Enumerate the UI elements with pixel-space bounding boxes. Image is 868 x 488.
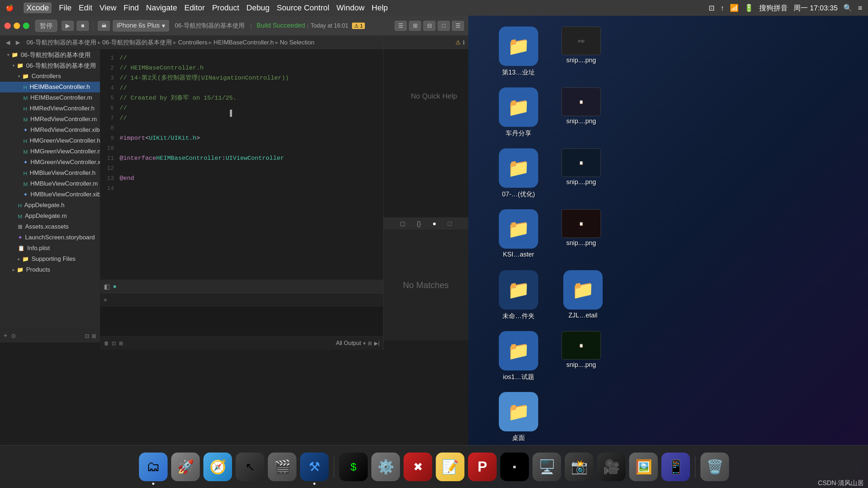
desktop-icon-0[interactable]: 📁 第13…业址 xyxy=(497,27,540,77)
add-file-button[interactable]: + xyxy=(4,332,8,340)
tree-item-infoplist[interactable]: 📋 Info.plist xyxy=(0,243,100,254)
editor-content[interactable]: 1 // 2 // HEIMBaseController.h 3 // 14-第… xyxy=(100,49,383,197)
menu-navigate[interactable]: Navigate xyxy=(146,3,177,13)
tree-item-launchscreen[interactable]: ✦ LaunchScreen.storyboard xyxy=(0,232,100,243)
tree-item-products[interactable]: ▸ 📁 Products xyxy=(0,264,100,275)
tree-item-blue-xib[interactable]: ✦ HMBlueViewController.xib xyxy=(0,189,100,200)
desktop-icon-7[interactable]: 📁 桌面 xyxy=(497,392,540,442)
tree-item-green-xib[interactable]: ✦ HMGreenViewController.xib xyxy=(0,157,100,168)
editor-mode-btn3[interactable]: □ xyxy=(438,21,450,31)
output-label[interactable]: All Output xyxy=(336,340,361,346)
snip-item-0[interactable]: snip snip....png xyxy=(561,27,601,64)
dock-misc-3[interactable]: 🎥 xyxy=(597,453,626,481)
desktop-icon-4[interactable]: 📁 未命…件夹 xyxy=(497,270,540,320)
dock-cursor-app[interactable]: ↖ xyxy=(236,453,264,481)
filter-button[interactable]: ⊙ xyxy=(11,332,16,339)
menu-find[interactable]: Find xyxy=(124,3,139,13)
tree-item-blue-h[interactable]: H HMBlueViewController.h xyxy=(0,168,100,178)
tree-item-supporting-files[interactable]: ▸ 📁 Supporting Files xyxy=(0,254,100,264)
dock-misc-1[interactable]: 🖥️ xyxy=(532,453,561,481)
desktop-icon-5[interactable]: 📁 ZJL…etail xyxy=(561,270,604,319)
tree-item-appdelegate-m[interactable]: M AppDelegate.m xyxy=(0,211,100,221)
menu-view[interactable]: View xyxy=(100,3,116,13)
tree-item-blue-m[interactable]: M HMBlueViewController.m xyxy=(0,178,100,189)
tree-item-heim-base-h[interactable]: H HEIMBaseController.h xyxy=(0,82,100,92)
sidebar-toggle-right[interactable]: ☰ xyxy=(452,21,464,31)
tree-item-green-m[interactable]: M HMGreenViewController.m xyxy=(0,146,100,157)
maximize-button[interactable] xyxy=(23,23,29,29)
snip-item-2[interactable]: 📋 snip....png xyxy=(561,148,601,186)
snip-item-3[interactable]: 📋 snip....png xyxy=(561,209,601,247)
code-editor[interactable]: 1 // 2 // HEIMBaseController.h 3 // 14-第… xyxy=(100,49,383,279)
dock-bt-red[interactable]: ✖ xyxy=(404,453,432,481)
dock-trash[interactable]: 🗑️ xyxy=(700,453,729,481)
menu-file[interactable]: File xyxy=(59,3,71,13)
input-method[interactable]: 搜狗拼音 xyxy=(759,3,788,13)
tree-item-heim-base-m[interactable]: M HEIMBaseController.m xyxy=(0,92,100,103)
menu-xcode[interactable]: Xcode xyxy=(24,3,52,13)
warning-badge[interactable]: ⚠ 1 xyxy=(352,23,365,29)
bc-item-3[interactable]: HEIMBaseController.h xyxy=(213,39,274,46)
dock-misc-5[interactable]: 📱 xyxy=(661,453,690,481)
dock-xcode[interactable]: ⚒ xyxy=(300,453,329,481)
menu-source-control[interactable]: Source Control xyxy=(277,3,329,13)
bc-item-0[interactable]: 06-导航控制器的基本使用 xyxy=(26,38,96,47)
dock-launchpad[interactable]: 🚀 xyxy=(171,453,200,481)
dock-film[interactable]: 🎬 xyxy=(268,453,296,481)
pause-button[interactable]: 暂停 xyxy=(35,20,57,32)
minimize-button[interactable] xyxy=(14,23,20,29)
search-menu-icon[interactable]: 🔍 xyxy=(843,4,852,12)
menu-extra-icon[interactable]: ≡ xyxy=(858,4,862,12)
snip-item-1[interactable]: 📋 snip....png xyxy=(561,87,601,125)
menu-help[interactable]: Help xyxy=(372,3,388,13)
tree-item-root-group[interactable]: ▾ 📁 06-导航控制器的基本使用 xyxy=(0,49,100,60)
editor-mode-btn[interactable]: ⊞ xyxy=(409,21,421,31)
filter-icon[interactable]: ▶| xyxy=(374,340,380,346)
dock-notes[interactable]: 📝 xyxy=(436,453,464,481)
inspector-tab-file[interactable]: ◻ xyxy=(397,218,408,229)
run-button[interactable]: ▶ xyxy=(62,21,74,31)
sort-icon[interactable]: ⊡ xyxy=(85,333,90,339)
tree-item-controllers[interactable]: ▾ 📁 Controllers xyxy=(0,71,100,82)
inspector-tab-other[interactable]: □ xyxy=(445,219,455,229)
sidebar-toggle-left[interactable]: ☰ xyxy=(395,21,407,31)
menu-debug[interactable]: Debug xyxy=(246,3,270,13)
editor-mode-btn2[interactable]: ⊟ xyxy=(423,21,435,31)
dock-p-app[interactable]: P xyxy=(468,453,497,481)
close-button[interactable] xyxy=(4,23,11,29)
tree-item-assets[interactable]: ⊞ Assets.xcassets xyxy=(0,221,100,232)
tree-item-red-xib[interactable]: ✦ HMRedViewController.xib xyxy=(0,125,100,135)
bc-item-1[interactable]: 06-导航控制器的基本使用 xyxy=(102,38,172,47)
breadcrumb-forward[interactable]: ▶ xyxy=(14,38,22,47)
apple-menu[interactable]: 🍎 xyxy=(6,4,14,12)
desktop-icon-3[interactable]: 📁 KSI…aster xyxy=(497,209,540,258)
menu-editor[interactable]: Editor xyxy=(184,3,205,13)
tree-item-red-h[interactable]: H HMRedViewController.h xyxy=(0,103,100,114)
dock-term-black[interactable]: ▪ xyxy=(500,453,529,481)
menu-edit[interactable]: Edit xyxy=(79,3,92,13)
desktop-icon-2[interactable]: 📁 07-…(优化) xyxy=(497,148,540,198)
inspector-tab-active[interactable]: ● xyxy=(430,219,439,229)
device-selector[interactable]: iPhone 6s Plus ▾ xyxy=(113,20,169,32)
bc-item-2[interactable]: Controllers xyxy=(178,39,207,46)
dock-system-prefs[interactable]: ⚙️ xyxy=(371,453,400,481)
tree-item-root-project[interactable]: ▾ 📁 06-导航控制器的基本使用 xyxy=(0,60,100,71)
menu-product[interactable]: Product xyxy=(212,3,239,13)
desktop-icon-6[interactable]: 📁 ios1…试题 xyxy=(497,331,540,381)
dock-terminal[interactable]: $ xyxy=(339,453,368,481)
dock-finder[interactable]: 🗂 xyxy=(139,453,168,481)
dock-safari[interactable]: 🧭 xyxy=(203,453,232,481)
breadcrumb-back[interactable]: ◀ xyxy=(4,38,12,47)
dock-misc-4[interactable]: 🖼️ xyxy=(629,453,658,481)
inspector-tab-quick-help[interactable]: {} xyxy=(414,219,424,229)
bc-item-4[interactable]: No Selection xyxy=(280,39,314,46)
snip-item-4[interactable]: 📋 snip....png xyxy=(561,331,601,369)
dock-misc-2[interactable]: 📸 xyxy=(565,453,593,481)
desktop-icon-1[interactable]: 📁 车丹分享 xyxy=(497,87,540,138)
stop-button[interactable]: ■ xyxy=(77,21,89,31)
tree-item-green-h[interactable]: H HMGreenViewController.h xyxy=(0,135,100,146)
editor-bottom-left-icon[interactable]: ◧ xyxy=(104,283,110,291)
tree-item-appdelegate-h[interactable]: H AppDelegate.h xyxy=(0,200,100,211)
tree-item-red-m[interactable]: M HMRedViewController.m xyxy=(0,114,100,125)
clear-icon[interactable]: 🗑 xyxy=(104,340,109,346)
